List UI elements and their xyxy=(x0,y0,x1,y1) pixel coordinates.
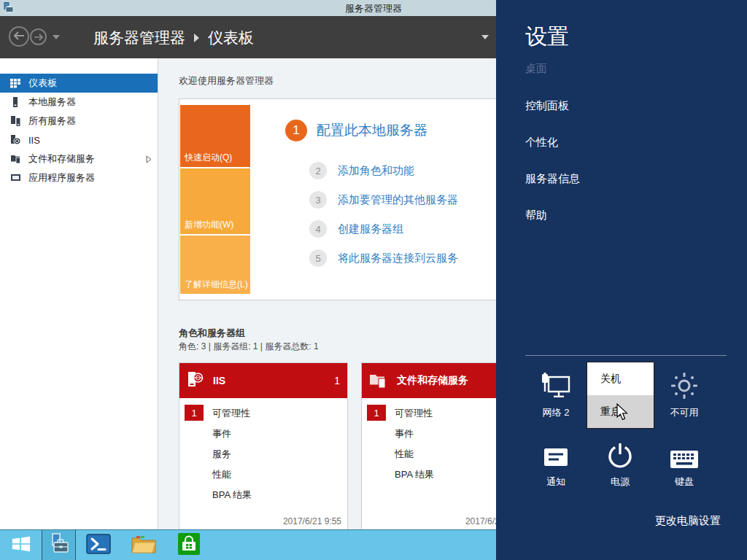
step-number-badge: 5 xyxy=(309,249,327,267)
charm-item-control-panel[interactable]: 控制面板 xyxy=(525,99,569,113)
power-tile[interactable]: 电源 xyxy=(591,438,649,489)
step-link[interactable]: 创建服务器组 xyxy=(338,222,403,236)
card-row-label[interactable]: BPA 结果 xyxy=(212,489,252,502)
card-row-label[interactable]: 事件 xyxy=(212,427,231,440)
role-cards: IIS 1 1 可管理性 事件 服务 性能 BPA 结果 2017/6/21 9… xyxy=(179,362,530,531)
learn-more-label: 了解详细信息(L) xyxy=(185,279,248,291)
powershell-icon xyxy=(86,533,111,558)
sidebar-item-all-servers[interactable]: 所有服务器 xyxy=(0,112,158,131)
keyboard-tile[interactable]: 键盘 xyxy=(655,438,713,489)
step-link[interactable]: 将此服务器连接到云服务 xyxy=(338,252,458,265)
card-row-label[interactable]: 可管理性 xyxy=(212,407,250,420)
change-pc-settings-link[interactable]: 更改电脑设置 xyxy=(655,514,721,528)
taskbar-powershell-button[interactable] xyxy=(76,530,121,560)
step-link[interactable]: 添加要管理的其他服务器 xyxy=(338,193,458,207)
card-row-label[interactable]: 事件 xyxy=(395,427,414,440)
sidebar-item-label: 应用程序服务器 xyxy=(28,171,95,184)
step-add-other-servers[interactable]: 3 添加要管理的其他服务器 xyxy=(309,185,458,214)
sidebar-item-label: IIS xyxy=(28,135,40,146)
sidebar-item-dashboard[interactable]: 仪表板 xyxy=(0,74,158,93)
card-row-manageability[interactable]: 1 可管理性 xyxy=(179,402,347,423)
step-configure-local-server[interactable]: 1 配置此本地服务器 xyxy=(285,120,458,141)
breadcrumb-root[interactable]: 服务器管理器 xyxy=(93,28,185,48)
nav-history-caret-icon[interactable] xyxy=(53,35,60,39)
roles-section-title: 角色和服务器组 xyxy=(179,327,245,340)
app-server-icon xyxy=(10,173,22,183)
sidebar-item-label: 本地服务器 xyxy=(28,96,76,109)
card-timestamp: 2017/6/21 9:55 xyxy=(283,516,341,526)
step-number-badge: 3 xyxy=(309,191,327,209)
settings-charm-panel: 设置 桌面 控制面板 个性化 服务器信息 帮助 网络 2 不可用 通知 电源 键… xyxy=(496,0,747,560)
card-row-label[interactable]: 性能 xyxy=(395,448,414,461)
alert-count-badge: 1 xyxy=(367,405,386,421)
step-add-roles-features[interactable]: 2 添加角色和功能 xyxy=(309,156,458,185)
power-icon xyxy=(591,438,649,470)
taskbar-server-manager-button[interactable] xyxy=(42,530,76,560)
forward-button[interactable] xyxy=(30,28,47,45)
charm-item-help[interactable]: 帮助 xyxy=(525,209,547,222)
quick-start-tab[interactable]: 快速启动(Q) xyxy=(180,105,250,167)
taskbar-store-button[interactable] xyxy=(166,530,212,560)
sidebar-item-local-server[interactable]: 本地服务器 xyxy=(0,93,158,112)
brightness-tile[interactable]: 不可用 xyxy=(655,368,713,419)
back-button[interactable] xyxy=(9,26,29,47)
learn-more-tab[interactable]: 了解详细信息(L) xyxy=(180,236,250,294)
card-row-services[interactable]: 服务 xyxy=(179,443,347,464)
store-icon xyxy=(177,532,201,559)
notifications-icon xyxy=(527,438,585,470)
brightness-tile-label: 不可用 xyxy=(655,406,713,419)
card-row-label[interactable]: 服务 xyxy=(212,448,231,461)
mouse-cursor-icon xyxy=(616,403,629,424)
charm-item-personalization[interactable]: 个性化 xyxy=(525,136,558,149)
brightness-icon xyxy=(655,368,713,400)
card-count: 1 xyxy=(334,375,340,386)
sidebar-item-app-server[interactable]: 应用程序服务器 xyxy=(0,168,158,187)
sidebar: 仪表板 本地服务器 所有服务器 IIS 文件和存储服务 应用程序服务器 xyxy=(0,58,158,529)
card-row-performance[interactable]: 性能 xyxy=(179,464,347,484)
notifications-tile-label: 通知 xyxy=(527,475,585,489)
sidebar-item-label: 所有服务器 xyxy=(28,114,76,128)
breadcrumb-dropdown-caret-icon[interactable] xyxy=(481,35,489,39)
server-manager-icon xyxy=(48,533,70,558)
notifications-tile[interactable]: 通知 xyxy=(527,438,585,489)
quick-start-column: 快速启动(Q) 新增功能(W) 了解详细信息(L) xyxy=(179,99,250,300)
charm-item-server-info[interactable]: 服务器信息 xyxy=(525,172,580,186)
card-row-events[interactable]: 事件 xyxy=(179,423,347,443)
sidebar-item-label: 文件和存储服务 xyxy=(28,152,95,166)
taskbar-file-explorer-button[interactable] xyxy=(121,530,166,560)
network-tile-label: 网络 2 xyxy=(527,406,585,419)
card-title: IIS xyxy=(213,375,334,386)
breadcrumb-current: 仪表板 xyxy=(208,28,254,48)
network-icon xyxy=(527,368,585,400)
step-create-server-group[interactable]: 4 创建服务器组 xyxy=(309,214,458,244)
iis-icon xyxy=(10,135,22,145)
power-tile-label: 电源 xyxy=(591,475,649,489)
dashboard-icon xyxy=(10,78,22,88)
chevron-right-icon[interactable] xyxy=(146,155,152,166)
card-row-label[interactable]: 性能 xyxy=(212,468,231,481)
breadcrumb: 服务器管理器 仪表板 xyxy=(93,28,254,48)
sidebar-item-file-storage[interactable]: 文件和存储服务 xyxy=(0,149,158,168)
all-servers-icon xyxy=(10,116,22,126)
step-connect-cloud[interactable]: 5 将此服务器连接到云服务 xyxy=(309,244,458,273)
iis-card-icon xyxy=(187,371,204,390)
whats-new-tab[interactable]: 新增功能(W) xyxy=(180,168,250,233)
network-tile[interactable]: 网络 2 xyxy=(527,368,585,419)
role-card-iis: IIS 1 1 可管理性 事件 服务 性能 BPA 结果 2017/6/21 9… xyxy=(179,362,348,531)
step-link[interactable]: 添加角色和功能 xyxy=(338,164,414,178)
charm-divider xyxy=(525,355,727,356)
shutdown-option[interactable]: 关机 xyxy=(587,362,654,395)
step-number-badge: 4 xyxy=(309,220,327,238)
breadcrumb-separator-icon xyxy=(194,34,199,42)
card-row-label[interactable]: BPA 结果 xyxy=(395,468,434,481)
sidebar-item-iis[interactable]: IIS xyxy=(0,131,158,149)
start-button[interactable] xyxy=(0,530,42,560)
card-row-bpa-results[interactable]: BPA 结果 xyxy=(179,484,347,505)
step-link[interactable]: 配置此本地服务器 xyxy=(317,121,427,140)
charm-item-desktop: 桌面 xyxy=(525,62,547,76)
card-row-label[interactable]: 可管理性 xyxy=(395,407,433,420)
step-number-badge: 2 xyxy=(309,162,327,179)
role-card-iis-header[interactable]: IIS 1 xyxy=(179,363,347,398)
local-server-icon xyxy=(10,97,22,107)
screen: 服务器管理器 服务器管理器 仪表板 仪表板 本地服务器 所有服务器 xyxy=(0,0,747,560)
